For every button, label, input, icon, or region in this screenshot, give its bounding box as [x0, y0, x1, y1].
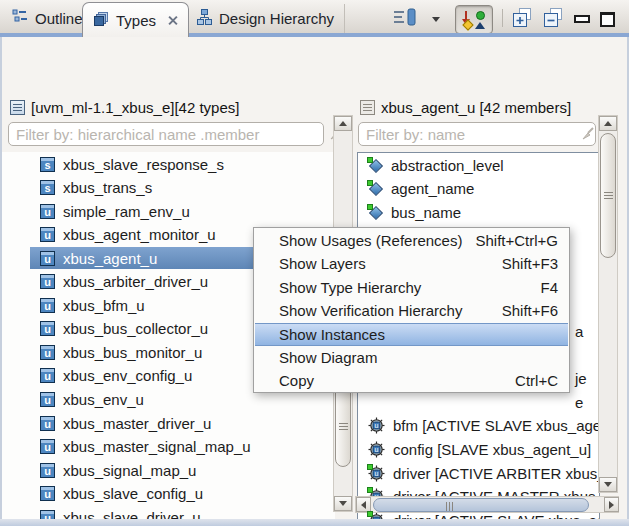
field-icon [368, 181, 383, 196]
scrollbar-thumb[interactable] [373, 498, 589, 512]
unit-instance-icon: u [368, 465, 385, 482]
type-icon-u: u [40, 416, 55, 431]
type-icon-u: u [40, 392, 55, 407]
member-label: bfm [ACTIVE SLAVE xbus_agent [393, 417, 599, 434]
collapse-all-icon [543, 7, 564, 32]
thumb-grip [339, 423, 348, 431]
unit-instance-icon: u [368, 441, 385, 458]
member-row[interactable]: udriver [ACTIVE ARBITER xbus_ag [360, 462, 599, 484]
menu-item-show-layers[interactable]: Show LayersShift+F3 [255, 252, 568, 275]
design-hierarchy-view-icon [196, 9, 212, 28]
member-label: abstraction_level [391, 157, 504, 174]
unit-instance-icon: u [368, 417, 385, 434]
menu-item-label: Show Instances [279, 326, 385, 343]
type-icon-u: u [40, 251, 55, 266]
maximize-button[interactable] [597, 7, 617, 31]
menu-item-label: Show Verification Hierarchy [279, 302, 462, 319]
arrow-right-icon [609, 501, 614, 509]
type-icon-s: s [40, 180, 55, 195]
sort-columns-icon [392, 7, 418, 31]
scrollbar-thumb[interactable] [335, 384, 351, 467]
minimize-button[interactable] [572, 7, 592, 31]
scroll-down-button[interactable] [334, 496, 352, 511]
sort-columns-button[interactable] [391, 7, 419, 31]
green-marker-icon [367, 204, 373, 210]
right-filter-input[interactable] [358, 122, 596, 146]
expand-all-icon [512, 7, 533, 32]
member-row[interactable]: ubfm [ACTIVE SLAVE xbus_agent [360, 415, 599, 437]
menu-item-label: Show Usages (References) [279, 232, 462, 249]
expand-all-button[interactable] [510, 7, 534, 31]
field-icon [368, 205, 383, 220]
maximize-icon [600, 12, 615, 27]
member-row[interactable]: uconfig [SLAVE xbus_agent_u] [360, 438, 599, 460]
tab-label: Design Hierarchy [219, 10, 334, 27]
menu-item-show-diagram[interactable]: Show Diagram [255, 346, 568, 369]
tab-label: Types [116, 12, 156, 29]
scrollbar-thumb[interactable] [600, 133, 616, 258]
scroll-right-button[interactable] [604, 497, 619, 512]
type-icon-u: u [40, 227, 55, 242]
member-row[interactable]: bus_name [360, 201, 599, 223]
type-row[interactable]: uxbus_master_signal_map_u [30, 436, 334, 458]
field-icon [368, 158, 383, 173]
type-row[interactable]: uxbus_slave_config_u [30, 483, 334, 505]
tab-outline[interactable]: Outline [2, 4, 93, 33]
scroll-up-button[interactable] [334, 116, 352, 131]
green-marker-icon [367, 511, 373, 517]
members-list-scrollbar[interactable] [598, 115, 618, 493]
left-filter-input[interactable] [8, 122, 324, 146]
arrow-left-icon [361, 501, 366, 509]
menu-item-copy[interactable]: CopyCtrl+C [255, 369, 568, 392]
type-icon-u: u [40, 463, 55, 478]
scroll-up-button[interactable] [599, 116, 617, 131]
type-row[interactable]: uxbus_master_driver_u [30, 412, 334, 434]
green-marker-icon [367, 487, 373, 493]
scroll-down-button[interactable] [599, 477, 617, 492]
tab-types[interactable]: Types [82, 2, 189, 37]
filter-toggle-button[interactable] [455, 5, 493, 34]
type-label: xbus_master_driver_u [63, 415, 211, 432]
svg-text:u: u [375, 445, 379, 452]
close-icon[interactable] [167, 15, 178, 26]
members-horizontal-scrollbar[interactable] [355, 496, 619, 513]
minimize-icon [574, 15, 590, 23]
menu-item-show-type-hierarchy[interactable]: Show Type HierarchyF4 [255, 276, 568, 299]
type-row[interactable]: uxbus_signal_map_u [30, 459, 334, 481]
scroll-left-button[interactable] [356, 497, 371, 512]
menu-item-label: Show Type Hierarchy [279, 279, 421, 296]
type-label: xbus_slave_response_s [63, 156, 224, 173]
type-icon-s: s [40, 157, 55, 172]
menu-item-show-usages-references[interactable]: Show Usages (References)Shift+Ctrl+G [255, 229, 568, 252]
member-row[interactable]: agent_name [360, 178, 599, 200]
type-label: xbus_arbiter_driver_u [63, 273, 208, 290]
type-icon-u: u [40, 321, 55, 336]
menu-item-show-verification-hierarchy[interactable]: Show Verification HierarchyShift+F6 [255, 299, 568, 322]
green-marker-icon [367, 157, 373, 163]
type-row[interactable]: sxbus_slave_response_s [30, 153, 334, 175]
type-label: xbus_master_signal_map_u [63, 438, 251, 455]
member-label: driver [ACTIVE ARBITER xbus_ag [393, 465, 599, 482]
view-menu-button[interactable] [428, 7, 444, 31]
left-panel-title: [uvm_ml-1.1_xbus_e][42 types] [31, 99, 239, 116]
list-icon [10, 100, 25, 115]
outline-view-icon [12, 9, 28, 28]
type-icon-u: u [40, 204, 55, 219]
types-view-icon [93, 11, 109, 30]
type-label: xbus_signal_map_u [63, 462, 196, 479]
menu-item-show-instances[interactable]: Show Instances [255, 323, 568, 346]
type-row[interactable]: sxbus_trans_s [30, 177, 334, 199]
type-label: xbus_slave_config_u [63, 485, 203, 502]
tab-design-hierarchy[interactable]: Design Hierarchy [186, 4, 345, 33]
svg-text:u: u [375, 469, 379, 476]
type-label: xbus_env_u [63, 391, 144, 408]
type-row[interactable]: usimple_ram_env_u [30, 200, 334, 222]
arrow-up-icon [604, 121, 612, 126]
clear-filter-icon[interactable] [580, 125, 597, 142]
type-label: xbus_agent_u [63, 250, 157, 267]
collapse-all-button[interactable] [541, 7, 565, 31]
right-panel-title: xbus_agent_u [42 members] [381, 99, 571, 116]
member-row[interactable]: abstraction_level [360, 154, 599, 176]
member-label: agent_name [391, 180, 474, 197]
type-icon-u: u [40, 368, 55, 383]
